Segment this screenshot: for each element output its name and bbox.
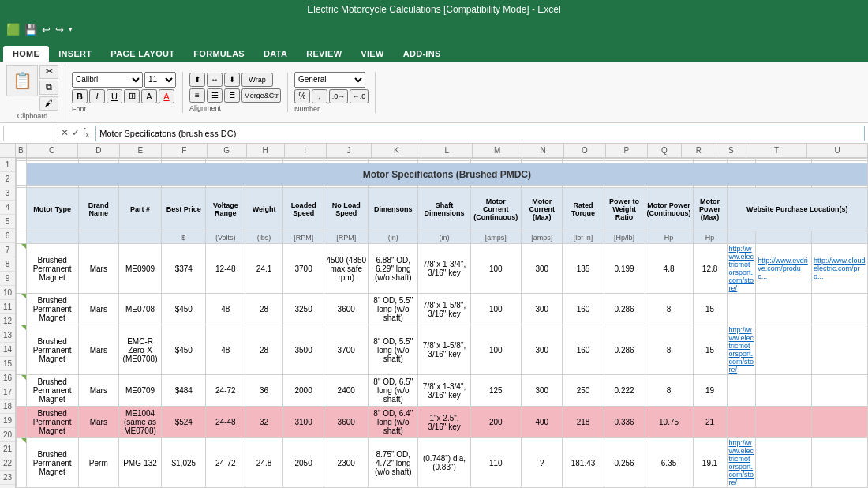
col-header-o[interactable]: O bbox=[564, 144, 606, 157]
bold-button[interactable]: B bbox=[72, 89, 88, 103]
undo-icon[interactable]: ↩ bbox=[42, 24, 51, 36]
col-header-f[interactable]: F bbox=[162, 144, 208, 157]
row-10[interactable]: 10 bbox=[0, 286, 15, 300]
row-5[interactable]: 5 bbox=[0, 215, 15, 229]
col-header-loaded-speed[interactable]: Loaded Speed bbox=[282, 188, 324, 231]
link-cell-1[interactable]: http://www.electricmotorsport.com/store/ bbox=[727, 325, 756, 375]
font-color-button[interactable]: A bbox=[159, 89, 174, 103]
align-center-button[interactable]: ☰ bbox=[207, 88, 223, 103]
row-4[interactable]: 4 bbox=[0, 201, 15, 215]
col-header-torque[interactable]: Rated Torque bbox=[563, 188, 604, 231]
underline-button[interactable]: U bbox=[107, 89, 122, 103]
col-header-h[interactable]: H bbox=[247, 144, 285, 157]
link-cell-2[interactable] bbox=[756, 294, 812, 325]
align-mid-button[interactable]: ↔ bbox=[207, 73, 223, 87]
row-21[interactable]: 21 bbox=[0, 442, 15, 456]
tab-data[interactable]: DATA bbox=[254, 46, 297, 62]
col-header-t[interactable]: T bbox=[746, 144, 807, 157]
paste-button[interactable]: 📋 bbox=[6, 65, 38, 96]
tab-page-layout[interactable]: PAGE LAYOUT bbox=[101, 46, 184, 62]
formula-input[interactable] bbox=[95, 126, 865, 141]
col-header-weight[interactable]: Weight bbox=[245, 188, 283, 231]
link-cell-2[interactable] bbox=[756, 407, 812, 438]
col-header-motor-type[interactable]: Motor Type bbox=[26, 188, 78, 231]
row-2[interactable]: 2 bbox=[0, 172, 15, 186]
tab-add-ins[interactable]: ADD-INS bbox=[394, 46, 451, 62]
col-header-r[interactable]: R bbox=[682, 144, 716, 157]
col-header-pw-ratio[interactable]: Power to Weight Ratio bbox=[604, 188, 645, 231]
row-8[interactable]: 8 bbox=[0, 257, 15, 272]
row-17[interactable]: 17 bbox=[0, 385, 15, 400]
link-cell-1[interactable]: http://www.electricmotorsport.com/store/ bbox=[727, 244, 756, 294]
row-13[interactable]: 13 bbox=[0, 328, 15, 343]
name-box[interactable] bbox=[3, 126, 54, 141]
row-6[interactable]: 6 bbox=[0, 229, 15, 243]
col-header-g[interactable]: G bbox=[208, 144, 247, 157]
row-18[interactable]: 18 bbox=[0, 400, 15, 414]
font-size-select[interactable]: 11 bbox=[144, 72, 176, 88]
col-header-voltage[interactable]: Voltage Range bbox=[206, 188, 245, 231]
col-header-k[interactable]: K bbox=[372, 144, 421, 157]
col-header-i[interactable]: I bbox=[285, 144, 327, 157]
cut-button[interactable]: ✂ bbox=[39, 65, 58, 79]
row-9[interactable]: 9 bbox=[0, 272, 15, 286]
tab-formulas[interactable]: FORMULAS bbox=[184, 46, 254, 62]
col-header-price[interactable]: Best Price bbox=[162, 188, 206, 231]
col-header-brand[interactable]: Brand Name bbox=[78, 188, 118, 231]
link-cell-1[interactable] bbox=[727, 375, 756, 407]
row-19[interactable]: 19 bbox=[0, 414, 15, 428]
decrease-dec-button[interactable]: ←.0 bbox=[350, 89, 369, 103]
row-16[interactable]: 16 bbox=[0, 371, 15, 385]
align-top-button[interactable]: ⬆ bbox=[189, 73, 205, 87]
col-header-m[interactable]: M bbox=[473, 144, 522, 157]
link-cell-2[interactable] bbox=[756, 375, 812, 407]
link-cell-3[interactable] bbox=[812, 325, 868, 375]
confirm-formula-icon[interactable]: ✓ bbox=[72, 127, 80, 138]
link-cell-3[interactable] bbox=[812, 294, 868, 325]
tab-review[interactable]: REVIEW bbox=[297, 46, 351, 62]
link-cell-3[interactable]: http://www.cloudelectric.com/pro... bbox=[812, 244, 868, 294]
tab-home[interactable]: HOME bbox=[3, 46, 49, 62]
percent-button[interactable]: % bbox=[294, 89, 310, 103]
col-header-d[interactable]: D bbox=[78, 144, 120, 157]
row-14[interactable]: 14 bbox=[0, 343, 15, 357]
number-format-select[interactable]: General bbox=[294, 72, 365, 88]
col-header-max-power[interactable]: Motor Power (Max) bbox=[693, 188, 727, 231]
merge-button[interactable]: Merge&Ctr bbox=[241, 88, 281, 103]
col-header-b[interactable]: B bbox=[16, 144, 27, 157]
col-header-p[interactable]: P bbox=[606, 144, 648, 157]
row-7[interactable]: 7 bbox=[0, 243, 15, 257]
main-title-cell[interactable]: Motor Specificatons (Brushed PMDC) bbox=[26, 163, 867, 186]
col-header-cont-power[interactable]: Motor Power (Continuous) bbox=[645, 188, 693, 231]
col-header-no-load-speed[interactable]: No Load Speed bbox=[324, 188, 369, 231]
align-right-button[interactable]: ≣ bbox=[224, 88, 240, 103]
link-cell-1[interactable] bbox=[727, 407, 756, 438]
link-cell-3[interactable] bbox=[812, 375, 868, 407]
link-cell-3[interactable] bbox=[812, 438, 868, 488]
fill-color-button[interactable]: A bbox=[141, 89, 157, 103]
col-header-cont-current[interactable]: Motor Current (Continuous) bbox=[470, 188, 521, 231]
link-cell-1[interactable] bbox=[727, 294, 756, 325]
link-cell-2[interactable] bbox=[756, 325, 812, 375]
col-header-part[interactable]: Part # bbox=[119, 188, 162, 231]
align-left-button[interactable]: ≡ bbox=[189, 88, 205, 103]
col-header-q[interactable]: Q bbox=[648, 144, 682, 157]
col-header-dimensions[interactable]: Dimensons bbox=[369, 188, 418, 231]
row-22[interactable]: 22 bbox=[0, 456, 15, 471]
redo-icon[interactable]: ↪ bbox=[55, 24, 64, 36]
cancel-formula-icon[interactable]: ✕ bbox=[61, 127, 69, 138]
row-23[interactable]: 23 bbox=[0, 471, 15, 485]
increase-dec-button[interactable]: .0→ bbox=[329, 89, 348, 103]
row-12[interactable]: 12 bbox=[0, 314, 15, 328]
tab-insert[interactable]: INSERT bbox=[49, 46, 101, 62]
col-header-s[interactable]: S bbox=[716, 144, 747, 157]
link-cell-2[interactable] bbox=[756, 438, 812, 488]
link-cell-3[interactable] bbox=[812, 407, 868, 438]
insert-function-icon[interactable]: fx bbox=[83, 126, 89, 139]
col-header-max-current[interactable]: Motor Current (Max) bbox=[522, 188, 563, 231]
row-3[interactable]: 3 bbox=[0, 186, 15, 201]
link-cell-1[interactable]: http://www.electricmotorsport.com/store/ bbox=[727, 438, 756, 488]
comma-button[interactable]: , bbox=[312, 89, 327, 103]
italic-button[interactable]: I bbox=[89, 89, 105, 103]
font-family-select[interactable]: Calibri bbox=[72, 72, 143, 88]
